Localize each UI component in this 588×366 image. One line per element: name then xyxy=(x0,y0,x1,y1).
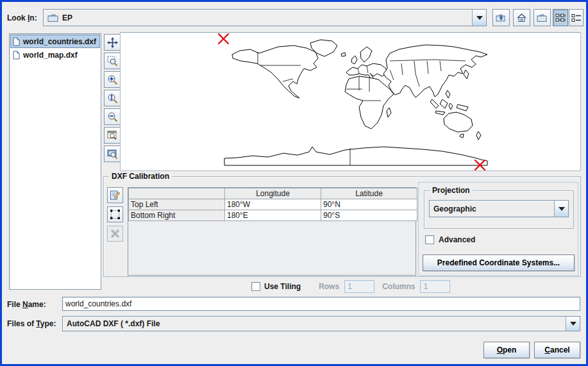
projection-panel: Projection Geographic Advanced Predefine… xyxy=(418,182,578,276)
look-in-label: Look In: xyxy=(7,13,37,22)
details-view-button[interactable] xyxy=(569,9,584,26)
zoom-rectangle-icon xyxy=(107,56,118,67)
select-corners-icon xyxy=(110,209,121,220)
corner-label: Top Left xyxy=(129,199,225,210)
calibration-table[interactable]: Longitude Latitude Top Left 180°W 90°N B… xyxy=(128,188,417,221)
delete-calibration-button[interactable] xyxy=(107,226,123,242)
calibration-table-container: Longitude Latitude Top Left 180°W 90°N B… xyxy=(128,187,416,276)
file-name-input[interactable]: world_countries.dxf xyxy=(62,297,580,311)
projection-title: Projection xyxy=(430,186,473,195)
corner-label: Bottom Right xyxy=(129,210,225,221)
up-one-level-button[interactable] xyxy=(492,9,510,26)
files-of-type-label: Files of Type: xyxy=(7,319,56,328)
pan-button[interactable] xyxy=(104,34,121,51)
dxf-calibration-group: DXF Calibration xyxy=(103,176,581,277)
use-tiling-label: Use Tiling xyxy=(264,282,301,291)
use-tiling-checkbox[interactable] xyxy=(251,282,260,291)
longitude-cell[interactable]: 180°W xyxy=(225,199,321,210)
file-icon xyxy=(13,37,20,46)
chevron-down-icon xyxy=(570,322,576,326)
zoom-window-icon xyxy=(107,130,118,141)
files-of-type-dropdown-arrow[interactable] xyxy=(566,317,580,331)
projection-group: Projection Geographic xyxy=(424,190,574,229)
corner-column-header xyxy=(129,188,225,199)
home-icon xyxy=(516,13,527,22)
file-name-label: world_map.dxf xyxy=(23,51,78,60)
zoom-rectangle-button[interactable] xyxy=(104,53,121,69)
chevron-down-icon xyxy=(476,16,483,20)
projection-dropdown-arrow[interactable] xyxy=(554,201,568,217)
projection-combo[interactable]: Geographic xyxy=(429,200,569,217)
edit-calibration-button[interactable] xyxy=(107,187,123,203)
latitude-cell[interactable]: 90°N xyxy=(321,199,417,210)
dxf-calibration-title: DXF Calibration xyxy=(109,172,172,181)
look-in-dropdown-arrow[interactable] xyxy=(472,10,486,26)
map-preview-panel[interactable] xyxy=(120,32,581,171)
zoom-vertical-button[interactable] xyxy=(104,90,121,106)
zoom-full-extent-icon xyxy=(107,149,118,160)
select-corners-button[interactable] xyxy=(107,206,123,222)
look-in-value: EP xyxy=(62,13,72,22)
edit-icon xyxy=(110,190,121,201)
advanced-label: Advanced xyxy=(439,235,475,244)
tiling-row: Use Tiling Rows 1 Columns 1 xyxy=(251,280,450,293)
predefined-coordinate-systems-label: Predefined Coordinate Systems... xyxy=(437,258,560,267)
world-map-preview xyxy=(221,35,492,170)
longitude-column-header: Longitude xyxy=(225,188,321,199)
latitude-column-header: Latitude xyxy=(321,188,417,199)
up-folder-icon xyxy=(496,13,507,22)
columns-value: 1 xyxy=(423,282,428,291)
file-list[interactable]: world_countries.dxf world_map.dxf xyxy=(9,33,101,290)
zoom-out-icon xyxy=(107,112,118,122)
rows-input[interactable]: 1 xyxy=(344,280,374,293)
columns-label: Columns xyxy=(382,282,415,291)
advanced-row: Advanced xyxy=(425,235,475,244)
zoom-in-button[interactable] xyxy=(104,71,121,88)
longitude-cell[interactable]: 180°E xyxy=(225,210,321,221)
list-view-icon xyxy=(555,13,566,23)
map-tool-column xyxy=(104,34,121,162)
dxf-open-dialog: Look In: EP xyxy=(0,0,588,366)
zoom-window-button[interactable] xyxy=(104,127,121,144)
file-name-label: File Name: xyxy=(7,300,46,309)
predefined-coordinate-systems-button[interactable]: Predefined Coordinate Systems... xyxy=(423,254,575,271)
rows-value: 1 xyxy=(348,282,352,291)
zoom-in-icon xyxy=(107,74,118,85)
home-button[interactable] xyxy=(513,9,530,26)
files-of-type-value: AutoCAD DXF ( *.dxf) File xyxy=(67,319,160,328)
file-icon xyxy=(13,51,20,60)
calibration-cross-icon xyxy=(219,34,228,44)
table-row[interactable]: Top Left 180°W 90°N xyxy=(129,199,417,210)
latitude-cell[interactable]: 90°S xyxy=(321,210,417,221)
folder-icon xyxy=(47,13,59,22)
open-button-label: Open xyxy=(497,345,517,354)
projection-value: Geographic xyxy=(433,204,476,213)
delete-x-icon xyxy=(110,229,120,238)
file-list-item[interactable]: world_countries.dxf xyxy=(10,35,100,48)
file-list-item[interactable]: world_map.dxf xyxy=(10,48,100,62)
list-view-button[interactable] xyxy=(553,9,568,26)
zoom-full-extent-button[interactable] xyxy=(104,146,121,162)
look-in-combo[interactable]: EP xyxy=(43,9,487,26)
details-view-icon xyxy=(571,13,582,23)
zoom-out-button[interactable] xyxy=(104,108,121,125)
chevron-down-icon xyxy=(559,207,565,211)
rows-label: Rows xyxy=(319,282,339,291)
new-folder-icon xyxy=(537,13,548,22)
columns-input[interactable]: 1 xyxy=(420,280,450,293)
open-button[interactable]: Open xyxy=(483,342,530,358)
cancel-button-label: Cancel xyxy=(544,345,569,354)
zoom-vertical-icon xyxy=(107,93,118,104)
file-name-label: world_countries.dxf xyxy=(23,37,96,46)
cancel-button[interactable]: Cancel xyxy=(534,342,580,358)
pan-icon xyxy=(107,37,118,48)
advanced-checkbox[interactable] xyxy=(425,235,434,244)
new-folder-button[interactable] xyxy=(533,9,551,26)
file-name-value: world_countries.dxf xyxy=(65,299,131,308)
table-header-row: Longitude Latitude xyxy=(129,188,417,199)
table-row[interactable]: Bottom Right 180°E 90°S xyxy=(129,210,417,221)
files-of-type-combo[interactable]: AutoCAD DXF ( *.dxf) File xyxy=(62,316,580,331)
